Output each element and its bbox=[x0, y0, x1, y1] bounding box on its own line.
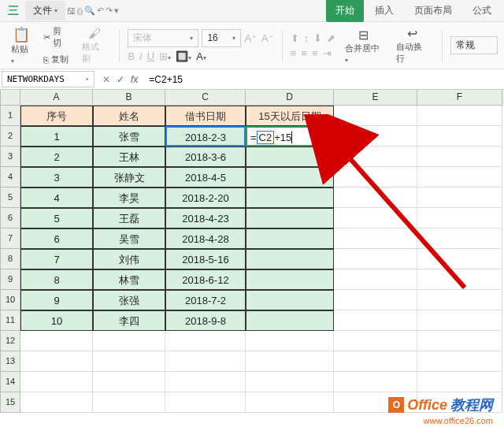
font-name-select[interactable]: 宋体▾ bbox=[128, 29, 198, 47]
cell-E2[interactable] bbox=[334, 126, 417, 147]
cell-F12[interactable] bbox=[417, 331, 502, 351]
cell-A11[interactable]: 10 bbox=[20, 310, 93, 331]
cell-D11[interactable] bbox=[246, 310, 334, 331]
align-top-icon[interactable]: ⬆ bbox=[291, 32, 299, 44]
cell-B1[interactable]: 姓名 bbox=[93, 106, 165, 126]
align-right-icon[interactable]: ≡ bbox=[312, 47, 318, 59]
cell-C12[interactable] bbox=[165, 331, 246, 351]
cell-C2[interactable]: 2018-2-3 bbox=[165, 126, 246, 147]
cut-button[interactable]: ✂剪切 bbox=[40, 24, 72, 50]
cell-E13[interactable] bbox=[334, 351, 417, 372]
preview-icon[interactable]: 🔍 bbox=[84, 6, 95, 16]
cell-A3[interactable]: 2 bbox=[20, 147, 93, 167]
cell-B5[interactable]: 李昊 bbox=[93, 188, 165, 208]
cell-B2[interactable]: 张雪 bbox=[93, 126, 165, 147]
cell-F1[interactable] bbox=[417, 106, 502, 126]
col-header-B[interactable]: B bbox=[93, 90, 165, 106]
fill-color-icon[interactable]: 🔲▾ bbox=[176, 50, 191, 62]
fx-icon[interactable]: fx bbox=[131, 74, 138, 85]
cell-A2[interactable]: 1 bbox=[20, 126, 93, 147]
cell-B11[interactable]: 李四 bbox=[93, 310, 165, 331]
row-header[interactable]: 7 bbox=[0, 228, 20, 249]
cell-A5[interactable]: 4 bbox=[20, 188, 93, 208]
cell-A13[interactable] bbox=[20, 351, 93, 372]
align-left-icon[interactable]: ≡ bbox=[291, 47, 297, 59]
row-header[interactable]: 15 bbox=[0, 392, 20, 413]
cell-F4[interactable] bbox=[417, 167, 502, 188]
cell-E3[interactable] bbox=[334, 147, 417, 167]
row-header[interactable]: 10 bbox=[0, 290, 20, 310]
cell-D4[interactable] bbox=[246, 167, 334, 188]
cell-C5[interactable]: 2018-2-20 bbox=[165, 188, 246, 208]
row-header[interactable]: 1 bbox=[0, 106, 20, 126]
tab-formula[interactable]: 公式 bbox=[463, 0, 501, 22]
accept-formula-icon[interactable]: ✓ bbox=[117, 74, 124, 85]
cell-E7[interactable] bbox=[334, 228, 417, 249]
col-header-A[interactable]: A bbox=[20, 90, 93, 106]
tab-layout[interactable]: 页面布局 bbox=[405, 0, 461, 22]
col-header-F[interactable]: F bbox=[417, 90, 502, 106]
bold-icon[interactable]: B bbox=[128, 50, 135, 62]
row-header[interactable]: 13 bbox=[0, 351, 20, 372]
row-header[interactable]: 9 bbox=[0, 269, 20, 290]
cell-E12[interactable] bbox=[334, 331, 417, 351]
cell-D9[interactable] bbox=[246, 269, 334, 290]
cell-A9[interactable]: 8 bbox=[20, 269, 93, 290]
cell-E11[interactable] bbox=[334, 310, 417, 331]
row-header[interactable]: 5 bbox=[0, 188, 20, 208]
cell-B3[interactable]: 王林 bbox=[93, 147, 165, 167]
cell-B7[interactable]: 吴雪 bbox=[93, 228, 165, 249]
cell-C3[interactable]: 2018-3-6 bbox=[165, 147, 246, 167]
cell-D13[interactable] bbox=[246, 351, 334, 372]
cell-E14[interactable] bbox=[334, 372, 417, 392]
cell-F10[interactable] bbox=[417, 290, 502, 310]
wrap-button[interactable]: ↩ 自动换行 bbox=[391, 24, 434, 66]
cell-F2[interactable] bbox=[417, 126, 502, 147]
cell-C6[interactable]: 2018-4-23 bbox=[165, 208, 246, 228]
cell-C14[interactable] bbox=[165, 372, 246, 392]
formula-input[interactable]: =C2+15 bbox=[144, 72, 504, 87]
cell-B8[interactable]: 刘伟 bbox=[93, 249, 165, 269]
cell-D3[interactable] bbox=[246, 147, 334, 167]
select-all-corner[interactable] bbox=[0, 90, 20, 106]
border-icon[interactable]: ⊞▾ bbox=[159, 50, 171, 62]
file-menu[interactable]: 文件 ▾ bbox=[25, 1, 65, 20]
indent-icon[interactable]: ⇥ bbox=[323, 47, 332, 59]
cell-B14[interactable] bbox=[93, 372, 165, 392]
cell-E4[interactable] bbox=[334, 167, 417, 188]
cell-E6[interactable] bbox=[334, 208, 417, 228]
cell-A8[interactable]: 7 bbox=[20, 249, 93, 269]
row-header[interactable]: 6 bbox=[0, 208, 20, 228]
dropdown-icon[interactable]: ▾ bbox=[114, 6, 119, 16]
cell-F9[interactable] bbox=[417, 269, 502, 290]
cancel-formula-icon[interactable]: ✕ bbox=[102, 74, 110, 85]
orientation-icon[interactable]: ⬈ bbox=[327, 32, 335, 44]
font-color-icon[interactable]: A▾ bbox=[196, 50, 206, 62]
cell-A15[interactable] bbox=[20, 392, 93, 413]
paste-button[interactable]: 📋 粘贴▾ bbox=[6, 24, 35, 66]
cell-D10[interactable] bbox=[246, 290, 334, 310]
increase-font-icon[interactable]: A⁺ bbox=[244, 32, 257, 44]
format-painter-button[interactable]: 🖌 格式刷 bbox=[77, 25, 112, 66]
cell-C8[interactable]: 2018-5-16 bbox=[165, 249, 246, 269]
cell-C4[interactable]: 2018-4-5 bbox=[165, 167, 246, 188]
cell-F7[interactable] bbox=[417, 228, 502, 249]
cell-B6[interactable]: 王磊 bbox=[93, 208, 165, 228]
tab-insert[interactable]: 插入 bbox=[365, 0, 403, 22]
cell-D12[interactable] bbox=[246, 331, 334, 351]
cell-D5[interactable] bbox=[246, 188, 334, 208]
number-format-select[interactable]: 常规 bbox=[450, 36, 498, 54]
cell-C15[interactable] bbox=[165, 392, 246, 413]
italic-icon[interactable]: I bbox=[139, 50, 143, 62]
cell-C10[interactable]: 2018-7-2 bbox=[165, 290, 246, 310]
undo-icon[interactable]: ↶ bbox=[97, 6, 104, 16]
col-header-E[interactable]: E bbox=[334, 90, 417, 106]
cell-B9[interactable]: 林雪 bbox=[93, 269, 165, 290]
row-header[interactable]: 4 bbox=[0, 167, 20, 188]
cell-A10[interactable]: 9 bbox=[20, 290, 93, 310]
cell-B4[interactable]: 张静文 bbox=[93, 167, 165, 188]
cell-B15[interactable] bbox=[93, 392, 165, 413]
row-header[interactable]: 8 bbox=[0, 249, 20, 269]
row-header[interactable]: 11 bbox=[0, 310, 20, 331]
cell-D6[interactable] bbox=[246, 208, 334, 228]
